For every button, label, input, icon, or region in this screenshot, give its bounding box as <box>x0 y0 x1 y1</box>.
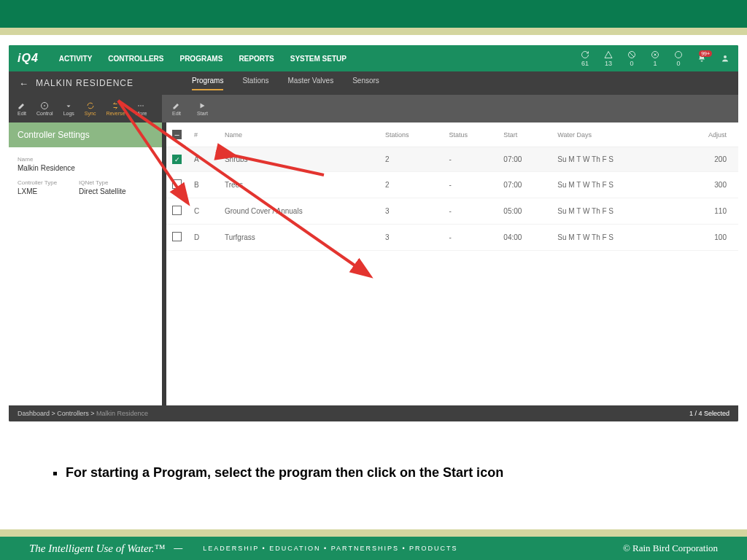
col-start: Start <box>498 122 551 147</box>
cell-water: Su M T W Th F S <box>551 198 673 225</box>
warning-status-icon[interactable]: 13 <box>604 50 613 67</box>
nav-activity[interactable]: ACTIVITY <box>59 55 93 63</box>
cell-id: A <box>188 147 219 172</box>
edit-tool[interactable]: Edit <box>18 101 26 116</box>
svg-point-2 <box>676 51 682 58</box>
sidebar-body: Name Malkin Residence Controller Type LX… <box>9 147 162 211</box>
iqnet-value: Direct Satellite <box>79 187 125 195</box>
iqnet-label: IQNet Type <box>79 179 125 186</box>
selection-count: 1 / 4 Selected <box>689 410 729 417</box>
page-title: MALKIN RESIDENCE <box>36 78 133 88</box>
sync-status-icon[interactable]: 61 <box>581 50 589 67</box>
row-checkbox[interactable]: ✓ <box>172 155 182 164</box>
circle-status-icon[interactable]: 0 <box>674 50 683 67</box>
app-header: iQ4 ACTIVITY CONTROLLERS PROGRAMS REPORT… <box>9 45 738 71</box>
slide-top-stripe <box>0 0 747 28</box>
reverse-tool[interactable]: Reverse <box>106 101 125 116</box>
cell-start: 05:00 <box>498 198 551 225</box>
row-checkbox[interactable] <box>172 179 182 189</box>
logs-tool[interactable]: Logs <box>63 101 74 116</box>
copyright: © Rain Bird Corporation <box>623 542 718 554</box>
svg-point-3 <box>724 55 727 58</box>
tab-programs[interactable]: Programs <box>192 77 223 90</box>
instruction-text: For starting a Program, select the progr… <box>51 465 696 481</box>
cell-start: 04:00 <box>498 225 551 251</box>
sub-header: ← MALKIN RESIDENCE Programs Stations Mas… <box>9 71 738 95</box>
bullet-1: For starting a Program, select the progr… <box>66 465 696 481</box>
breadcrumb[interactable]: Dashboard > Controllers > Malkin Residen… <box>18 410 148 417</box>
cell-stations: 2 <box>379 147 444 172</box>
cell-status: - <box>443 147 498 172</box>
header-status-icons: 61 13 0 1 0 99+ <box>581 50 729 67</box>
back-arrow-icon[interactable]: ← <box>19 78 28 89</box>
control-tool[interactable]: Control <box>36 101 53 116</box>
cell-name: Turfgrass <box>219 225 379 251</box>
cell-start: 07:00 <box>498 147 551 172</box>
nav-reports[interactable]: REPORTS <box>239 55 274 63</box>
col-checkbox: – <box>166 122 188 147</box>
select-all-checkbox[interactable]: – <box>172 130 182 139</box>
slide-footer: The Intelligent Use of Water.™ — LEADERS… <box>0 537 747 560</box>
tagline: The Intelligent Use of Water.™ <box>29 542 165 555</box>
sidebar: Controller Settings Name Malkin Residenc… <box>9 122 162 405</box>
col-water: Water Days <box>551 122 673 147</box>
more-tool[interactable]: More <box>135 101 147 116</box>
left-toolbar: Edit Control Logs Sync Reverse More <box>9 95 162 122</box>
start-action[interactable]: Start <box>197 101 208 116</box>
tag-words: LEADERSHIP • EDUCATION • PARTNERSHIPS • … <box>203 545 457 552</box>
user-icon[interactable] <box>721 54 729 63</box>
col-name: Name <box>219 122 379 147</box>
notification-badge: 99+ <box>699 50 712 57</box>
right-toolbar: Edit Start <box>162 95 738 122</box>
cell-start: 07:00 <box>498 172 551 198</box>
stop-status-icon[interactable]: 0 <box>627 50 636 67</box>
col-status: Status <box>443 122 498 147</box>
footer-bar: Dashboard > Controllers > Malkin Residen… <box>9 405 738 421</box>
sync-tool[interactable]: Sync <box>85 101 96 116</box>
row-checkbox[interactable] <box>172 206 182 215</box>
logo: iQ4 <box>18 52 39 65</box>
footer-tan-stripe <box>0 529 747 537</box>
table-row[interactable]: DTurfgrass3-04:00Su M T W Th F S100 <box>166 225 738 251</box>
cancel-status-icon[interactable]: 1 <box>651 50 659 67</box>
cell-name: Shrubs <box>219 147 379 172</box>
nav-system-setup[interactable]: SYSTEM SETUP <box>290 55 347 63</box>
programs-table: – # Name Stations Status Start Water Day… <box>166 122 738 251</box>
cell-id: C <box>188 198 219 225</box>
edit-action[interactable]: Edit <box>172 101 181 116</box>
nav-programs[interactable]: PROGRAMS <box>179 55 222 63</box>
cell-adjust: 200 <box>674 147 738 172</box>
col-adjust: Adjust <box>674 122 738 147</box>
cell-stations: 3 <box>379 198 444 225</box>
app-screenshot: iQ4 ACTIVITY CONTROLLERS PROGRAMS REPORT… <box>9 45 738 421</box>
table-row[interactable]: CGround Cover / Annuals3-05:00Su M T W T… <box>166 198 738 225</box>
cell-status: - <box>443 172 498 198</box>
toolbar-row: Edit Control Logs Sync Reverse More Edit… <box>9 95 738 122</box>
col-hash: # <box>188 122 219 147</box>
ctype-value: LXME <box>18 187 57 195</box>
cell-name: Ground Cover / Annuals <box>219 198 379 225</box>
cell-name: Trees <box>219 172 379 198</box>
svg-point-6 <box>139 105 140 106</box>
row-checkbox[interactable] <box>172 232 182 241</box>
tab-master-valves[interactable]: Master Valves <box>288 77 334 90</box>
cell-stations: 2 <box>379 172 444 198</box>
cell-status: - <box>443 225 498 251</box>
tab-sensors[interactable]: Sensors <box>352 77 379 90</box>
cell-adjust: 300 <box>674 172 738 198</box>
table-row[interactable]: ✓AShrubs2-07:00Su M T W Th F S200 <box>166 147 738 172</box>
cell-adjust: 110 <box>674 198 738 225</box>
cell-water: Su M T W Th F S <box>551 172 673 198</box>
cell-water: Su M T W Th F S <box>551 147 673 172</box>
nav-controllers[interactable]: CONTROLLERS <box>108 55 163 63</box>
sub-tabs: Programs Stations Master Valves Sensors <box>192 77 379 90</box>
svg-point-5 <box>44 106 45 106</box>
ctype-label: Controller Type <box>18 179 57 186</box>
cell-id: B <box>188 172 219 198</box>
name-value: Malkin Residence <box>18 164 153 172</box>
table-row[interactable]: BTrees2-07:00Su M T W Th F S300 <box>166 172 738 198</box>
tab-stations[interactable]: Stations <box>242 77 268 90</box>
cell-adjust: 100 <box>674 225 738 251</box>
svg-point-8 <box>143 105 144 106</box>
bell-icon[interactable]: 99+ <box>697 54 706 63</box>
